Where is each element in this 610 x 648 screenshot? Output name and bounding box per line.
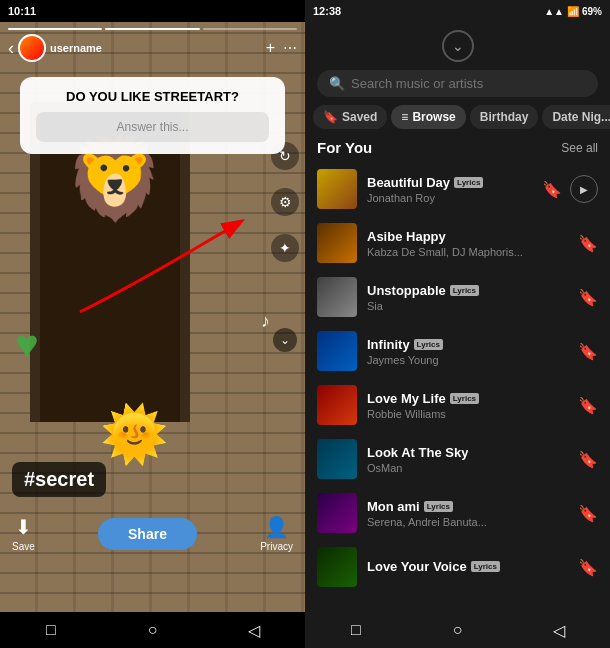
music-note-icon[interactable]: ♪ (261, 311, 270, 332)
song-info: Beautiful Day Lyrics Jonathan Roy (367, 175, 532, 204)
song-artist: OsMan (367, 462, 568, 474)
song-name: Love My Life (367, 391, 446, 406)
song-name: Beautiful Day (367, 175, 450, 190)
tab-saved[interactable]: 🔖 Saved (313, 105, 387, 129)
bookmark-icon[interactable]: 🔖 (578, 342, 598, 361)
nav-back-left[interactable]: ◁ (242, 618, 266, 642)
poll-popup: DO YOU LIKE STREETART? Answer this... (20, 77, 285, 154)
time-right: 12:38 (313, 5, 341, 17)
lyrics-badge: Lyrics (414, 339, 443, 350)
song-actions: 🔖 (578, 342, 598, 361)
tab-browse[interactable]: ≡ Browse (391, 105, 465, 129)
song-thumbnail (317, 169, 357, 209)
song-info: Unstoppable Lyrics Sia (367, 283, 568, 312)
lyrics-badge: Lyrics (454, 177, 483, 188)
save-icon: ⬇ (15, 515, 32, 539)
song-item[interactable]: Love My Life Lyrics Robbie Williams 🔖 (305, 378, 610, 432)
nav-bars: □ ○ ◁ □ ○ ◁ (0, 612, 610, 648)
song-item[interactable]: Unstoppable Lyrics Sia 🔖 (305, 270, 610, 324)
tab-birthday[interactable]: Birthday (470, 105, 539, 129)
signal-icon: 📶 (567, 6, 579, 17)
time-left: 10:11 (8, 5, 36, 17)
bookmark-icon[interactable]: 🔖 (578, 288, 598, 307)
more-options-icon[interactable]: ⋯ (283, 40, 297, 56)
song-actions: 🔖 (578, 234, 598, 253)
privacy-icon: 👤 (264, 515, 289, 539)
bookmark-icon[interactable]: 🔖 (578, 504, 598, 523)
tab-date-night[interactable]: Date Nig... (542, 105, 610, 129)
nav-square-right[interactable]: □ (344, 618, 368, 642)
lyrics-badge: Lyrics (471, 561, 500, 572)
song-artist: Jonathan Roy (367, 192, 532, 204)
privacy-action[interactable]: 👤 Privacy (260, 515, 293, 552)
nav-bar-left: □ ○ ◁ (0, 612, 305, 648)
song-item[interactable]: Love Your Voice Lyrics 🔖 (305, 540, 610, 594)
song-info: Look At The Sky OsMan (367, 445, 568, 474)
song-item[interactable]: Beautiful Day Lyrics Jonathan Roy 🔖 ▶ (305, 162, 610, 216)
poll-answer-input[interactable]: Answer this... (36, 112, 269, 142)
song-title-row: Mon ami Lyrics (367, 499, 568, 514)
song-item[interactable]: Asibe Happy Kabza De Small, DJ Maphoris.… (305, 216, 610, 270)
song-thumbnail (317, 439, 357, 479)
add-story-icon[interactable]: + (266, 39, 275, 57)
nav-square-left[interactable]: □ (39, 618, 63, 642)
nav-circle-left[interactable]: ○ (140, 618, 164, 642)
song-actions: 🔖 ▶ (542, 175, 598, 203)
song-title-row: Unstoppable Lyrics (367, 283, 568, 298)
bookmark-icon[interactable]: 🔖 (578, 558, 598, 577)
song-list: Beautiful Day Lyrics Jonathan Roy 🔖 ▶ As… (305, 162, 610, 612)
red-arrow (60, 212, 260, 332)
song-item[interactable]: Look At The Sky OsMan 🔖 (305, 432, 610, 486)
bookmark-icon[interactable]: 🔖 (578, 234, 598, 253)
back-button[interactable]: ‹ (8, 38, 14, 59)
song-actions: 🔖 (578, 558, 598, 577)
see-all-button[interactable]: See all (561, 141, 598, 155)
tabs-bar: 🔖 Saved ≡ Browse Birthday Date Nig... (305, 105, 610, 129)
story-username: username (50, 42, 102, 54)
song-thumbnail (317, 223, 357, 263)
play-button[interactable]: ▶ (570, 175, 598, 203)
song-item[interactable]: Infinity Lyrics Jaymes Young 🔖 (305, 324, 610, 378)
sticker-icon[interactable]: ✦ (271, 234, 299, 262)
save-label: Save (12, 541, 35, 552)
song-item[interactable]: Mon ami Lyrics Serena, Andrei Banuta... … (305, 486, 610, 540)
progress-bar-2 (105, 28, 199, 30)
filter-icon[interactable]: ⚙ (271, 188, 299, 216)
song-artist: Sia (367, 300, 568, 312)
song-artist: Robbie Williams (367, 408, 568, 420)
progress-bar-3 (203, 28, 297, 30)
save-action[interactable]: ⬇ Save (12, 515, 35, 552)
chevron-down-btn[interactable]: ⌄ (273, 328, 297, 352)
lyrics-badge: Lyrics (424, 501, 453, 512)
bookmark-icon[interactable]: 🔖 (578, 396, 598, 415)
song-title-row: Love My Life Lyrics (367, 391, 568, 406)
bookmark-icon[interactable]: 🔖 (542, 180, 562, 199)
share-button[interactable]: Share (98, 518, 197, 550)
song-title-row: Infinity Lyrics (367, 337, 568, 352)
song-thumbnail (317, 331, 357, 371)
status-icons-right: ▲▲ 📶 69% (544, 6, 602, 17)
nav-back-right[interactable]: ◁ (547, 618, 571, 642)
song-name: Asibe Happy (367, 229, 446, 244)
search-bar: 🔍 (317, 70, 598, 97)
song-title-row: Beautiful Day Lyrics (367, 175, 532, 190)
side-icons: ↻ ⚙ ✦ (271, 142, 299, 262)
search-input[interactable] (351, 76, 586, 91)
poll-question: DO YOU LIKE STREETART? (36, 89, 269, 104)
hashtag-badge: #secret (12, 462, 106, 497)
song-thumbnail (317, 277, 357, 317)
song-thumbnail (317, 493, 357, 533)
song-title-row: Love Your Voice Lyrics (367, 559, 568, 574)
nav-bar-right: □ ○ ◁ (305, 612, 610, 648)
song-name: Infinity (367, 337, 410, 352)
status-bar-right: 12:38 ▲▲ 📶 69% (305, 0, 610, 22)
song-name: Unstoppable (367, 283, 446, 298)
song-title-row: Look At The Sky (367, 445, 568, 460)
song-artist: Jaymes Young (367, 354, 568, 366)
bookmark-icon[interactable]: 🔖 (578, 450, 598, 469)
browse-icon: ≡ (401, 110, 408, 124)
progress-bar-1 (8, 28, 102, 30)
status-bar-left: 10:11 (0, 0, 305, 22)
collapse-button[interactable]: ⌄ (442, 30, 474, 62)
nav-circle-right[interactable]: ○ (445, 618, 469, 642)
